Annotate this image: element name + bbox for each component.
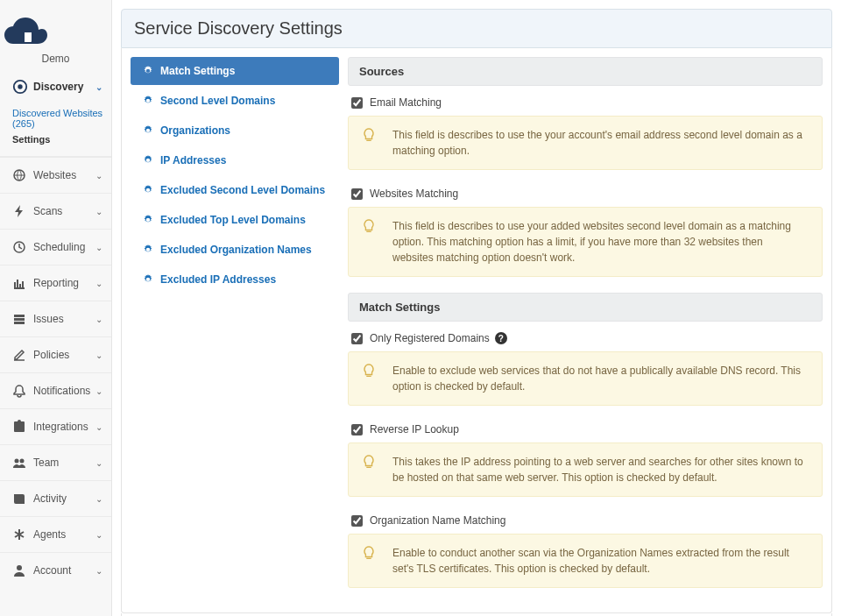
checkbox-reverse-ip-label: Reverse IP Lookup	[370, 423, 459, 435]
chevron-down-icon: ⌄	[95, 350, 102, 360]
chevron-down-icon: ⌄	[95, 279, 102, 288]
brand-logo	[0, 0, 111, 53]
chevron-down-icon: ⌄	[95, 386, 102, 396]
subnav-discovered-websites[interactable]: Discovered Websites (265)	[12, 105, 111, 131]
checkbox-email-matching-input[interactable]	[351, 97, 363, 109]
nav-item-policies[interactable]: Policies⌄	[0, 336, 111, 372]
lightbulb-icon	[361, 454, 377, 470]
help-icon[interactable]: ?	[495, 332, 507, 344]
nav-item-team[interactable]: Team⌄	[0, 444, 111, 480]
nav-item-scheduling[interactable]: Scheduling⌄	[0, 229, 111, 265]
users-icon	[12, 456, 26, 470]
settings-nav-label: Excluded Second Level Domains	[160, 184, 325, 196]
svg-rect-2	[25, 30, 32, 32]
stack-icon	[12, 312, 26, 326]
checkbox-websites-matching-input[interactable]	[351, 188, 363, 200]
settings-nav-label: Match Settings	[160, 65, 235, 77]
info-email-matching: This field is describes to use the your …	[348, 116, 823, 170]
svg-point-14	[17, 565, 22, 570]
checkbox-reverse-ip[interactable]: Reverse IP Lookup	[348, 421, 823, 443]
checkbox-email-matching[interactable]: Email Matching	[348, 95, 823, 116]
lightbulb-icon	[361, 545, 377, 561]
settings-nav-label: Second Level Domains	[160, 95, 275, 107]
gear-icon	[143, 185, 153, 195]
lightbulb-icon	[361, 363, 377, 379]
settings-nav-ip-addresses[interactable]: IP Addresses	[131, 146, 339, 174]
svg-rect-9	[14, 322, 25, 324]
svg-point-13	[20, 459, 25, 464]
info-reverse-ip: This takes the IP address pointing to a …	[348, 443, 823, 497]
chevron-down-icon: ⌄	[95, 530, 102, 540]
checkbox-only-registered-input[interactable]	[351, 333, 363, 344]
info-only-registered: Enable to exclude web services that do n…	[348, 351, 823, 406]
svg-point-12	[15, 459, 19, 464]
settings-nav-label: Organizations	[160, 124, 230, 137]
bell-icon	[12, 384, 26, 398]
nav-item-label: Policies	[33, 349, 69, 361]
settings-nav-excluded-ip-addresses[interactable]: Excluded IP Addresses	[131, 266, 339, 294]
nav-item-notifications[interactable]: Notifications⌄	[0, 372, 111, 408]
nav-item-reporting[interactable]: Reporting⌄	[0, 265, 111, 301]
edit-icon	[12, 348, 26, 362]
section-match-header: Match Settings	[348, 293, 823, 322]
nav-item-activity[interactable]: Activity⌄	[0, 480, 111, 516]
gear-icon	[143, 244, 153, 255]
bolt-icon	[12, 204, 26, 218]
chart-icon	[12, 276, 26, 290]
nav-item-websites[interactable]: Websites⌄	[0, 157, 111, 193]
settings-nav-label: Excluded Organization Names	[160, 244, 312, 256]
settings-nav-match-settings[interactable]: Match Settings	[131, 57, 339, 85]
page-title-bar: Service Discovery Settings	[121, 9, 832, 48]
settings-nav-excluded-second-level-domains[interactable]: Excluded Second Level Domains	[131, 176, 339, 204]
user-icon	[12, 563, 26, 577]
svg-rect-7	[14, 315, 25, 317]
nav-item-label: Issues	[33, 313, 64, 325]
nav-item-label: Activity	[33, 492, 67, 505]
settings-nav-label: Excluded Top Level Domains	[160, 214, 306, 226]
chevron-down-icon: ⌄	[95, 422, 102, 432]
nav-item-account[interactable]: Account⌄	[0, 552, 111, 588]
checkbox-reverse-ip-input[interactable]	[351, 424, 363, 435]
checkbox-org-name-input[interactable]	[351, 515, 363, 527]
nav-item-label: Scheduling	[33, 241, 85, 253]
page-title: Service Discovery Settings	[134, 18, 819, 39]
main: Service Discovery Settings Match Setting…	[112, 0, 841, 616]
nav-item-issues[interactable]: Issues⌄	[0, 301, 111, 336]
clock-icon	[12, 240, 26, 254]
book-icon	[12, 492, 26, 506]
nav-item-label: Websites	[33, 169, 76, 181]
chevron-down-icon: ⌄	[95, 458, 102, 468]
nav-item-scans[interactable]: Scans⌄	[0, 193, 111, 229]
settings-nav-organizations[interactable]: Organizations	[131, 117, 339, 145]
section-sources-header: Sources	[348, 57, 823, 86]
chevron-down-icon: ⌄	[95, 82, 102, 92]
checkbox-org-name[interactable]: Organization Name Matching	[348, 513, 823, 534]
nav-item-agents[interactable]: Agents⌄	[0, 516, 111, 552]
settings-nav: Match SettingsSecond Level DomainsOrgani…	[122, 48, 348, 612]
checkbox-websites-matching[interactable]: Websites Matching	[348, 186, 823, 207]
sidebar: Demo Discovery ⌄ Discovered Websites (26…	[0, 0, 112, 616]
nav-discovery[interactable]: Discovery ⌄	[0, 72, 111, 102]
settings-nav-excluded-organization-names[interactable]: Excluded Organization Names	[131, 236, 339, 264]
cloud-logo-icon	[0, 12, 49, 47]
checkbox-only-registered[interactable]: Only Registered Domains ?	[348, 330, 823, 351]
subnav-settings[interactable]: Settings	[12, 131, 111, 147]
settings-nav-label: IP Addresses	[160, 154, 226, 166]
discovery-subnav: Discovered Websites (265) Settings	[0, 102, 111, 157]
nav-item-label: Notifications	[33, 385, 90, 397]
nav-item-label: Team	[33, 457, 59, 469]
asterisk-icon	[12, 527, 26, 542]
nav-discovery-label: Discovery	[33, 81, 83, 93]
settings-nav-excluded-top-level-domains[interactable]: Excluded Top Level Domains	[131, 206, 339, 234]
nav-item-label: Integrations	[33, 421, 88, 433]
nav-item-label: Agents	[33, 528, 66, 541]
nav-item-label: Reporting	[33, 277, 79, 289]
settings-nav-second-level-domains[interactable]: Second Level Domains	[131, 87, 339, 115]
brand-label: Demo	[0, 53, 111, 65]
target-icon	[12, 79, 28, 95]
nav-item-integrations[interactable]: Integrations⌄	[0, 408, 111, 444]
svg-point-4	[18, 84, 22, 89]
gear-icon	[143, 215, 153, 225]
chevron-down-icon: ⌄	[95, 566, 102, 576]
nav-item-label: Scans	[33, 205, 62, 217]
